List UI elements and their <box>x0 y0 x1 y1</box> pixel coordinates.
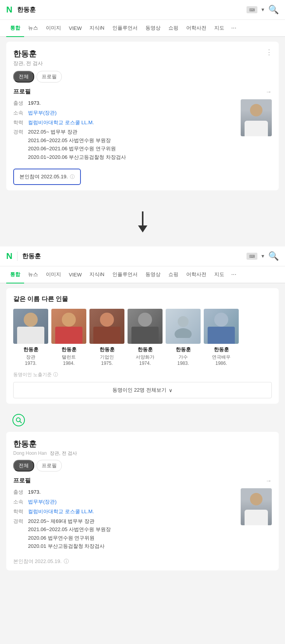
search-icon-section <box>6 408 279 432</box>
participation-row-2: 본인참여 2022.05.19. ⓘ <box>13 558 272 565</box>
edu-value-2[interactable]: 컬럼비아대학교 로스쿨 LL.M. <box>28 508 94 516</box>
career-item-2-2: 2021.06~2022.05 사법연수원 부원장 <box>28 526 111 533</box>
person-year-4: 1974. <box>139 361 151 366</box>
header-divider-2 <box>17 252 17 261</box>
more-options-icon-2[interactable]: ⋮ <box>272 6 279 15</box>
person-avatar-1 <box>13 309 48 344</box>
participation-info-icon-2[interactable]: ⓘ <box>64 558 69 565</box>
birth-label-1: 출생 <box>13 99 24 107</box>
tab-지식in-2[interactable]: 지식iN <box>86 266 108 283</box>
person-role-1: 장관 <box>26 354 35 361</box>
profile-tab-전체-2[interactable]: 전체 <box>13 460 34 472</box>
view-all-label: 동명이인 22명 전체보기 <box>112 387 166 394</box>
person-avatar-5 <box>166 309 201 344</box>
svg-line-3 <box>20 421 21 423</box>
edu-row-2: 학력 컬럼비아대학교 로스쿨 LL.M. <box>13 508 236 516</box>
person-item-4[interactable]: 한동훈 서양화가 1974. <box>128 309 163 366</box>
profile-info-2: 출생 1973. 소속 법무부(장관) 학력 컬럼비아대학교 로스쿨 LL.M.… <box>13 488 236 552</box>
person-role-6: 연극배우 <box>212 354 231 361</box>
person-avatar-6 <box>204 309 239 344</box>
tab-뉴스-1[interactable]: 뉴스 <box>24 20 42 37</box>
participation-text-2: 본인참여 2022.05.19. <box>13 558 61 565</box>
tab-동영상-1[interactable]: 동영상 <box>142 20 164 37</box>
tab-이미지-2[interactable]: 이미지 <box>42 266 65 283</box>
tab-통합-2[interactable]: 통합 <box>6 266 24 283</box>
person-year-5: 1983. <box>177 361 189 366</box>
person-year-3: 1975. <box>101 361 113 366</box>
tab-인플루언서-1[interactable]: 인플루언서 <box>108 20 142 37</box>
career-item-1-1: 2022.05~ 법무부 장관 <box>28 128 126 136</box>
arrow-shaft <box>142 211 143 225</box>
tab-more-1[interactable]: ··· <box>228 20 240 36</box>
profile-subtitle-2: 장관, 전 검사 <box>50 450 77 457</box>
birth-label-2: 출생 <box>13 488 24 496</box>
search-button-2[interactable]: 🔍 <box>268 251 279 261</box>
edu-label-2: 학력 <box>13 508 24 516</box>
person-year-1: 1973. <box>25 361 37 366</box>
keyboard-icon-1[interactable]: ⌨ <box>247 6 257 13</box>
profile-name-en-2: Dong Hoon Han <box>13 450 47 456</box>
org-value-1[interactable]: 법무부(장관) <box>28 109 57 117</box>
same-name-title: 같은 이름 다른 인물 <box>13 295 272 303</box>
birth-row-1: 출생 1973. <box>13 99 236 107</box>
tab-동영상-2[interactable]: 동영상 <box>142 266 164 283</box>
profile-photo-1 <box>241 99 272 136</box>
tab-쇼핑-1[interactable]: 쇼핑 <box>164 20 182 37</box>
career-label-2: 경력 <box>13 517 24 551</box>
tab-view-1[interactable]: VIEW <box>65 21 86 37</box>
naver-logo-1: N <box>6 5 12 15</box>
dropdown-icon-2[interactable]: ▼ <box>261 253 265 259</box>
tab-쇼핑-2[interactable]: 쇼핑 <box>164 266 182 283</box>
header-query-1: 한동훈 <box>17 6 247 14</box>
participation-info-icon-1[interactable]: ⓘ <box>70 174 75 180</box>
tab-지도-2[interactable]: 지도 <box>210 266 228 283</box>
profile-tab-프로필-2[interactable]: 프로필 <box>37 460 62 472</box>
person-item-6[interactable]: 한동훈 연극배우 1986. <box>204 309 239 366</box>
tab-지도-1[interactable]: 지도 <box>210 20 228 37</box>
profile-section-arrow-1[interactable]: → <box>266 88 272 95</box>
view-all-button[interactable]: 동명이인 22명 전체보기 ∨ <box>13 382 272 398</box>
profile-tab-프로필-1[interactable]: 프로필 <box>37 71 62 83</box>
profile-tab-전체-1[interactable]: 전체 <box>13 71 34 83</box>
tab-지식in-1[interactable]: 지식iN <box>86 20 108 37</box>
person-name-1: 한동훈 <box>23 346 38 353</box>
main-content-1: ⋮ 한동훈 장관, 전 검사 전체 프로필 프로필 → 출생 1973. 소속 <box>0 37 285 200</box>
more-options-icon-1[interactable]: ⋮ <box>266 48 273 56</box>
view-all-chevron-icon: ∨ <box>169 387 173 393</box>
person-avatar-2 <box>51 309 86 344</box>
tab-어학사전-2[interactable]: 어학사전 <box>182 266 210 283</box>
arrow-down-section <box>0 200 285 246</box>
birth-value-2: 1973. <box>28 488 41 496</box>
photo-body-1 <box>245 121 268 136</box>
arrow-down-indicator <box>138 211 147 235</box>
career-items-1: 2022.05~ 법무부 장관 2021.06~2022.05 사법연수원 부원… <box>28 128 126 162</box>
org-value-2[interactable]: 법무부(장관) <box>28 498 57 506</box>
person-item-2[interactable]: 한동훈 탤런트 1984. <box>51 309 86 366</box>
tab-view-2[interactable]: VIEW <box>65 267 86 283</box>
tab-more-2[interactable]: ··· <box>228 266 240 283</box>
photo-body-2 <box>245 510 268 525</box>
profile-section-label-2: 프로필 <box>13 477 31 484</box>
participation-text-1: 본인참여 2022.05.19. <box>19 173 68 180</box>
photo-head-1 <box>250 104 262 116</box>
tab-인플루언서-2[interactable]: 인플루언서 <box>108 266 142 283</box>
person-item-3[interactable]: 한동훈 기업인 1975. <box>89 309 124 366</box>
tab-통합-1[interactable]: 통합 <box>6 20 24 37</box>
tab-어학사전-1[interactable]: 어학사전 <box>182 20 210 37</box>
edu-row-1: 학력 컬럼비아대학교 로스쿨 LL.M. <box>13 119 236 127</box>
profile-section-arrow-2[interactable]: → <box>266 477 272 484</box>
notice-info-icon[interactable]: ⓘ <box>53 371 58 378</box>
tab-뉴스-2[interactable]: 뉴스 <box>24 266 42 283</box>
dropdown-icon-1[interactable]: ▼ <box>261 7 265 12</box>
edu-value-1[interactable]: 컬럼비아대학교 로스쿨 LL.M. <box>28 119 94 127</box>
naver-header-1: N 한동훈 ⌨ ▼ 🔍 <box>0 0 285 20</box>
keyboard-icon-2[interactable]: ⌨ <box>247 253 257 260</box>
career-item-1-2: 2021.06~2022.05 사법연수원 부원장 <box>28 137 126 144</box>
birth-row-2: 출생 1973. <box>13 488 236 496</box>
tab-이미지-1[interactable]: 이미지 <box>42 20 65 37</box>
person-year-2: 1984. <box>63 361 75 366</box>
org-label-1: 소속 <box>13 109 24 117</box>
person-item-5[interactable]: 한동훈 가수 1983. <box>166 309 201 366</box>
first-browser-section: N 한동훈 ⌨ ▼ 🔍 통합 뉴스 이미지 VIEW 지식iN 인플루언서 동영… <box>0 0 285 200</box>
person-item-1[interactable]: 한동훈 장관 1973. <box>13 309 48 366</box>
